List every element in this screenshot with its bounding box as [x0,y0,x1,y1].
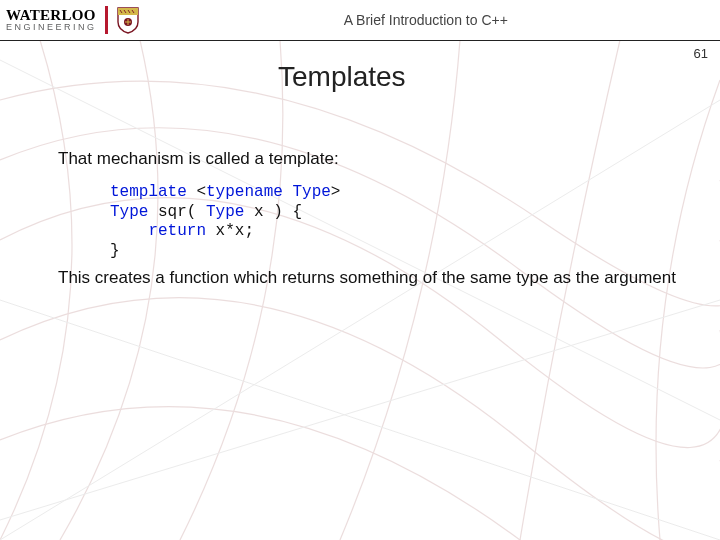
wordmark-bottom: ENGINEERING [6,23,97,32]
wordmark-top: WATERLOO [6,8,97,23]
kw-return: return [148,222,206,240]
intro-text: That mechanism is called a template: [58,148,678,169]
code-typevar: Type [292,183,330,201]
header: WATERLOO ENGINEERING A Brief Introductio… [0,0,720,40]
code-return-type: Type [110,203,148,221]
background-decor [0,40,720,540]
content: That mechanism is called a template: tem… [58,148,678,289]
header-divider [0,40,720,41]
kw-template: template [110,183,187,201]
slide: WATERLOO ENGINEERING A Brief Introductio… [0,0,720,540]
code-text: x ) { [244,203,302,221]
code-text [283,183,293,201]
code-text: sqr( [148,203,206,221]
code-text: < [187,183,206,201]
code-indent [110,222,148,240]
code-block: template <typename Type> Type sqr( Type … [110,183,678,261]
outro-text: This creates a function which returns so… [58,267,678,288]
code-text: > [331,183,341,201]
code-text: x*x; [206,222,254,240]
logo-block: WATERLOO ENGINEERING [6,6,140,34]
kw-typename: typename [206,183,283,201]
slide-number: 61 [694,46,708,61]
slide-title: Templates [278,61,720,93]
code-param-type: Type [206,203,244,221]
wordmark: WATERLOO ENGINEERING [6,8,97,32]
code-brace: } [110,242,120,260]
logo-separator [105,6,108,34]
crest-icon [116,6,140,34]
header-subject: A Brief Introduction to C++ [140,12,712,28]
